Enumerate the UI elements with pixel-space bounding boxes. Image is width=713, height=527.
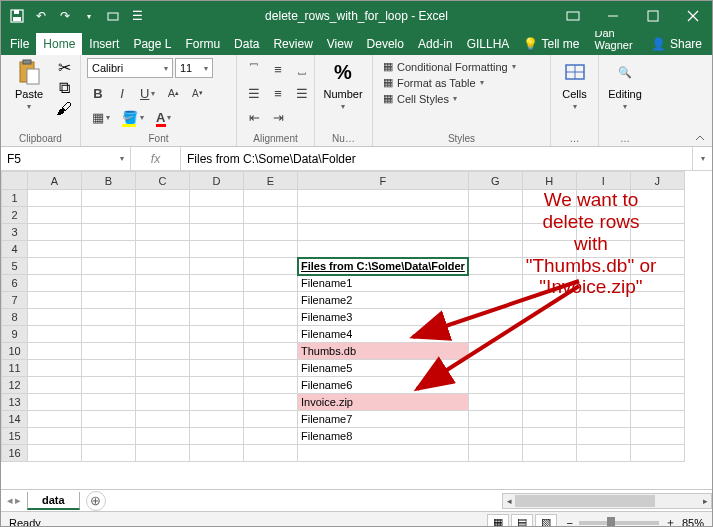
cell-G10[interactable] — [468, 343, 522, 360]
cell-E15[interactable] — [244, 428, 298, 445]
cell-H10[interactable] — [522, 343, 576, 360]
cell-G14[interactable] — [468, 411, 522, 428]
page-layout-view-icon[interactable]: ▤ — [511, 514, 533, 528]
col-header-I[interactable]: I — [576, 172, 630, 190]
cell-C15[interactable] — [136, 428, 190, 445]
cell-C11[interactable] — [136, 360, 190, 377]
name-box[interactable]: F5▾ — [1, 147, 131, 170]
cell-H5[interactable] — [522, 258, 576, 275]
cell-H9[interactable] — [522, 326, 576, 343]
cell-G11[interactable] — [468, 360, 522, 377]
cell-A11[interactable] — [28, 360, 82, 377]
col-header-J[interactable]: J — [630, 172, 684, 190]
cell-B6[interactable] — [82, 275, 136, 292]
qat-item-icon[interactable] — [105, 8, 121, 24]
cells-button[interactable]: Cells ▾ — [557, 58, 592, 111]
cell-F7[interactable]: Filename2 — [298, 292, 469, 309]
cell-H14[interactable] — [522, 411, 576, 428]
cell-H11[interactable] — [522, 360, 576, 377]
row-header-1[interactable]: 1 — [2, 190, 28, 207]
col-header-B[interactable]: B — [82, 172, 136, 190]
cell-G12[interactable] — [468, 377, 522, 394]
cell-J10[interactable] — [630, 343, 684, 360]
qat-customize-icon[interactable]: ▾ — [81, 8, 97, 24]
cell-J6[interactable] — [630, 275, 684, 292]
font-size-select[interactable]: 11▾ — [175, 58, 213, 78]
cell-I10[interactable] — [576, 343, 630, 360]
cell-B10[interactable] — [82, 343, 136, 360]
cell-C7[interactable] — [136, 292, 190, 309]
cell-J15[interactable] — [630, 428, 684, 445]
cell-D12[interactable] — [190, 377, 244, 394]
cell-A5[interactable] — [28, 258, 82, 275]
cell-A12[interactable] — [28, 377, 82, 394]
cell-G2[interactable] — [468, 207, 522, 224]
underline-button[interactable]: U▾ — [135, 82, 160, 104]
row-header-9[interactable]: 9 — [2, 326, 28, 343]
cell-B11[interactable] — [82, 360, 136, 377]
cell-B1[interactable] — [82, 190, 136, 207]
cell-I6[interactable] — [576, 275, 630, 292]
increase-font-icon[interactable]: A▴ — [162, 82, 184, 104]
cell-F15[interactable]: Filename8 — [298, 428, 469, 445]
cell-J8[interactable] — [630, 309, 684, 326]
cell-A15[interactable] — [28, 428, 82, 445]
zoom-level[interactable]: 85% — [682, 517, 704, 528]
cell-H4[interactable] — [522, 241, 576, 258]
scroll-left-icon[interactable]: ◂ — [503, 494, 515, 508]
fx-button[interactable]: fx — [131, 147, 181, 170]
cell-I8[interactable] — [576, 309, 630, 326]
cell-G15[interactable] — [468, 428, 522, 445]
cell-E8[interactable] — [244, 309, 298, 326]
cell-C2[interactable] — [136, 207, 190, 224]
cell-F13[interactable]: Invoice.zip — [298, 394, 469, 411]
cell-G6[interactable] — [468, 275, 522, 292]
italic-button[interactable]: I — [111, 82, 133, 104]
cell-D6[interactable] — [190, 275, 244, 292]
cell-C12[interactable] — [136, 377, 190, 394]
row-header-10[interactable]: 10 — [2, 343, 28, 360]
cell-I15[interactable] — [576, 428, 630, 445]
cell-J12[interactable] — [630, 377, 684, 394]
cell-A8[interactable] — [28, 309, 82, 326]
cell-C13[interactable] — [136, 394, 190, 411]
cell-H12[interactable] — [522, 377, 576, 394]
cell-G5[interactable] — [468, 258, 522, 275]
cell-F1[interactable] — [298, 190, 469, 207]
cell-D7[interactable] — [190, 292, 244, 309]
row-header-6[interactable]: 6 — [2, 275, 28, 292]
cell-D2[interactable] — [190, 207, 244, 224]
close-icon[interactable] — [674, 1, 712, 31]
cell-A1[interactable] — [28, 190, 82, 207]
collapse-ribbon-icon[interactable] — [694, 130, 708, 144]
cell-E13[interactable] — [244, 394, 298, 411]
cell-F5[interactable]: Files from C:\Some\Data\Folder — [298, 258, 469, 275]
cell-E9[interactable] — [244, 326, 298, 343]
cell-C6[interactable] — [136, 275, 190, 292]
row-header-11[interactable]: 11 — [2, 360, 28, 377]
cell-E1[interactable] — [244, 190, 298, 207]
cell-B5[interactable] — [82, 258, 136, 275]
cell-E2[interactable] — [244, 207, 298, 224]
cell-D1[interactable] — [190, 190, 244, 207]
tab-formulas[interactable]: Formu — [178, 33, 227, 55]
cell-H3[interactable] — [522, 224, 576, 241]
undo-icon[interactable]: ↶ — [33, 8, 49, 24]
cell-C10[interactable] — [136, 343, 190, 360]
tab-data[interactable]: Data — [227, 33, 266, 55]
cell-I11[interactable] — [576, 360, 630, 377]
cell-A2[interactable] — [28, 207, 82, 224]
zoom-slider[interactable] — [579, 521, 659, 525]
cell-J3[interactable] — [630, 224, 684, 241]
cell-I7[interactable] — [576, 292, 630, 309]
row-header-16[interactable]: 16 — [2, 445, 28, 462]
cell-A7[interactable] — [28, 292, 82, 309]
redo-icon[interactable]: ↷ — [57, 8, 73, 24]
cell-G8[interactable] — [468, 309, 522, 326]
cell-D13[interactable] — [190, 394, 244, 411]
cell-B9[interactable] — [82, 326, 136, 343]
align-top-icon[interactable]: ⎴ — [243, 58, 265, 80]
zoom-out-button[interactable]: − — [567, 517, 573, 528]
cell-C14[interactable] — [136, 411, 190, 428]
cell-D16[interactable] — [190, 445, 244, 462]
